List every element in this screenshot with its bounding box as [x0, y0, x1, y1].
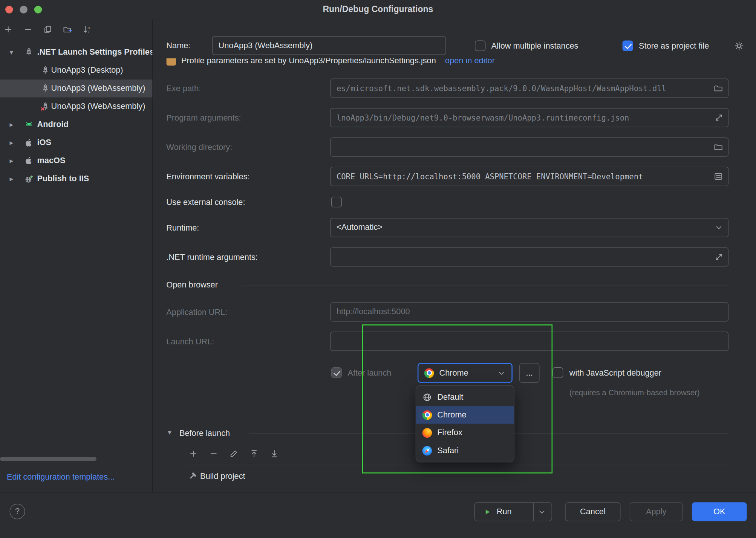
- working-directory-label: Working directory:: [166, 143, 232, 153]
- before-launch-collapse-chevron[interactable]: ▾: [168, 427, 171, 438]
- expand-icon[interactable]: [715, 113, 723, 122]
- dotnet-runtime-arguments-label: .NET runtime arguments:: [166, 253, 258, 263]
- environment-variables-value: CORE_URLS=http://localhost:5000 ASPNETCO…: [337, 172, 643, 181]
- use-external-console-label: Use external console:: [166, 198, 245, 208]
- exe-path-label: Exe path:: [166, 84, 201, 94]
- exe-path-input[interactable]: es/microsoft.net.sdk.webassembly.pack/9.…: [330, 79, 728, 98]
- section-separator-line: [242, 285, 728, 285]
- cancel-button-label: Cancel: [580, 507, 606, 517]
- js-debugger-label: with JavaScript debugger: [569, 368, 661, 378]
- run-button[interactable]: Run: [474, 502, 552, 521]
- run-options-divider: [533, 503, 534, 521]
- program-arguments-label: Program arguments:: [166, 113, 241, 123]
- dropdown-item-chrome[interactable]: Chrome: [416, 406, 514, 423]
- open-browser-section-title: Open browser: [166, 280, 218, 290]
- name-input[interactable]: [212, 36, 446, 55]
- dropdown-item-label: Firefox: [437, 428, 462, 438]
- allow-multiple-instances-checkbox[interactable]: [475, 40, 485, 51]
- working-directory-input[interactable]: [330, 138, 728, 157]
- run-button-label: Run: [497, 507, 512, 517]
- dropdown-item-firefox[interactable]: Firefox: [416, 424, 514, 442]
- dotnet-runtime-arguments-input[interactable]: [330, 247, 728, 266]
- main-form: Name: Allow multiple instances Store as …: [0, 0, 756, 538]
- program-arguments-input[interactable]: lnoApp3/bin/Debug/net9.0-browserwasm/Uno…: [330, 108, 728, 127]
- move-task-up-button[interactable]: [249, 448, 259, 459]
- add-icon: [188, 449, 198, 459]
- help-button[interactable]: ?: [10, 504, 25, 519]
- browser-combo[interactable]: Chrome: [418, 363, 513, 383]
- expand-icon[interactable]: [715, 253, 723, 261]
- environment-variables-input[interactable]: CORE_URLS=http://localhost:5000 ASPNETCO…: [330, 167, 728, 186]
- help-button-label: ?: [15, 507, 20, 517]
- launch-url-input[interactable]: [330, 332, 728, 351]
- apply-button-label: Apply: [646, 507, 666, 517]
- js-debugger-note: (requires a Chromium-based browser): [569, 388, 700, 397]
- before-launch-task-label: Build project: [200, 471, 245, 481]
- allow-multiple-instances-label: Allow multiple instances: [491, 41, 578, 51]
- after-launch-label: After launch: [347, 368, 391, 378]
- browser-combo-value: Chrome: [439, 368, 468, 378]
- before-launch-toolbar-divider: [185, 464, 728, 464]
- move-up-icon: [249, 449, 259, 459]
- dropdown-item-default[interactable]: Default: [416, 388, 514, 406]
- open-in-editor-link[interactable]: open in editor: [445, 58, 495, 66]
- browse-folder-icon[interactable]: [713, 83, 723, 93]
- banner-text: Profile parameters are set by UnoApp3/Pr…: [181, 58, 436, 66]
- dropdown-item-safari[interactable]: Safari: [416, 442, 514, 459]
- browser-dropdown-popup: Default Chrome Firefox Safari: [416, 385, 514, 462]
- application-url-input[interactable]: http://localhost:5000: [330, 302, 728, 321]
- variables-list-icon[interactable]: [713, 172, 723, 182]
- application-url-value: http://localhost:5000: [337, 307, 410, 317]
- ok-button[interactable]: OK: [692, 502, 747, 521]
- footer-bar: ? Run Cancel Apply OK: [0, 493, 756, 538]
- application-url-label: Application URL:: [166, 307, 227, 317]
- browse-folder-icon[interactable]: [713, 142, 723, 152]
- move-task-down-button[interactable]: [269, 448, 280, 459]
- store-as-project-file-checkbox[interactable]: [623, 40, 633, 51]
- launch-settings-file-icon: [166, 58, 176, 66]
- store-as-project-file-label: Store as project file: [639, 41, 709, 51]
- runtime-label: Runtime:: [166, 223, 199, 233]
- add-task-button[interactable]: [188, 448, 199, 459]
- safari-icon: [422, 446, 432, 455]
- play-icon: [483, 507, 492, 516]
- program-arguments-value: lnoApp3/bin/Debug/net9.0-browserwasm/Uno…: [337, 113, 629, 122]
- profile-banner: Profile parameters are set by UnoApp3/Pr…: [166, 58, 591, 72]
- runtime-select[interactable]: <Automatic>: [330, 218, 728, 237]
- edit-pencil-icon: [229, 449, 239, 459]
- browse-browser-button[interactable]: ...: [519, 363, 540, 383]
- before-launch-toolbar: [188, 448, 280, 459]
- js-debugger-checkbox[interactable]: [552, 367, 563, 378]
- ok-button-label: OK: [713, 507, 725, 517]
- chrome-icon: [424, 368, 434, 378]
- apply-button[interactable]: Apply: [630, 502, 683, 521]
- chevron-down-icon: [715, 223, 723, 232]
- hammer-icon: [188, 471, 197, 481]
- browse-browser-button-label: ...: [526, 368, 533, 378]
- after-launch-checkbox[interactable]: [331, 367, 342, 378]
- before-launch-task-row[interactable]: Build project: [185, 468, 728, 487]
- remove-task-button[interactable]: [208, 448, 219, 459]
- dropdown-item-label: Safari: [437, 446, 459, 455]
- dropdown-item-label: Default: [437, 392, 463, 402]
- remove-icon: [209, 449, 219, 459]
- use-external-console-checkbox[interactable]: [331, 197, 342, 207]
- globe-icon: [422, 392, 432, 402]
- cancel-button[interactable]: Cancel: [565, 502, 620, 521]
- run-options-chevron[interactable]: [537, 507, 546, 516]
- before-launch-section-title: Before launch: [179, 429, 230, 439]
- exe-path-value: es/microsoft.net.sdk.webassembly.pack/9.…: [337, 84, 666, 93]
- chevron-down-icon: [497, 368, 506, 377]
- launch-url-label: Launch URL:: [166, 337, 214, 347]
- firefox-icon: [422, 428, 432, 438]
- environment-variables-label: Environment variables:: [166, 172, 249, 182]
- move-down-icon: [269, 449, 279, 459]
- runtime-value: <Automatic>: [337, 223, 383, 232]
- edit-task-button[interactable]: [228, 448, 239, 459]
- store-settings-gear-icon[interactable]: [734, 40, 744, 51]
- name-label: Name:: [166, 41, 190, 51]
- dropdown-item-label: Chrome: [437, 410, 466, 420]
- run-debug-configurations-dialog: Run/Debug Configurations az ▾ .NET Launc…: [0, 0, 756, 538]
- chrome-icon: [422, 410, 432, 420]
